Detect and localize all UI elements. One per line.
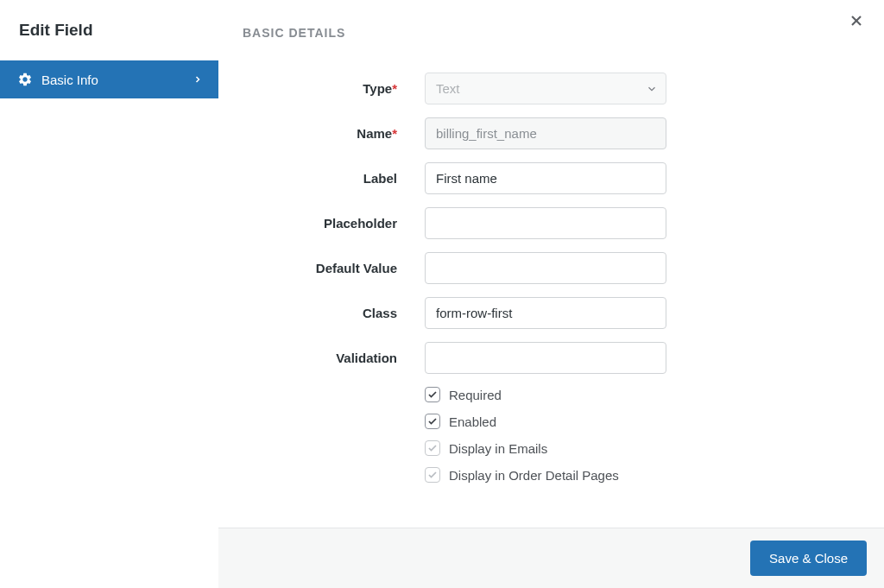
gear-icon [17,72,33,87]
footer: Save & Close [218,528,884,588]
close-icon [848,12,865,29]
close-button[interactable] [848,12,865,29]
default-value-input[interactable] [425,252,666,284]
save-close-button[interactable]: Save & Close [750,541,867,576]
display-emails-checkbox-label: Display in Emails [449,441,547,456]
validation-label: Validation [243,351,425,365]
class-input[interactable] [425,297,666,329]
validation-input[interactable] [425,342,666,374]
page-title: Edit Field [0,0,218,60]
class-label: Class [243,306,425,320]
enabled-checkbox-label: Enabled [449,414,496,429]
name-input[interactable] [425,117,666,149]
default-value-label: Default Value [243,261,425,275]
section-title: BASIC DETAILS [243,26,860,40]
type-select[interactable]: Text [425,73,666,104]
main-panel: BASIC DETAILS Type* Text Name* [218,0,884,588]
sidebar-item-label: Basic Info [41,73,184,87]
placeholder-input[interactable] [425,207,666,239]
enabled-checkbox[interactable] [425,414,440,429]
display-order-pages-checkbox-label: Display in Order Detail Pages [449,468,619,483]
placeholder-label: Placeholder [243,216,425,231]
type-label: Type* [243,81,425,96]
label-input[interactable] [425,162,666,194]
display-emails-checkbox [425,440,440,456]
name-label: Name* [243,126,425,141]
display-order-pages-checkbox [425,467,440,483]
required-checkbox[interactable] [425,387,440,402]
chevron-right-icon [193,74,203,85]
sidebar-item-basic-info[interactable]: Basic Info [0,60,218,98]
required-checkbox-label: Required [449,388,502,402]
sidebar: Edit Field Basic Info [0,0,218,588]
label-label: Label [243,171,425,186]
